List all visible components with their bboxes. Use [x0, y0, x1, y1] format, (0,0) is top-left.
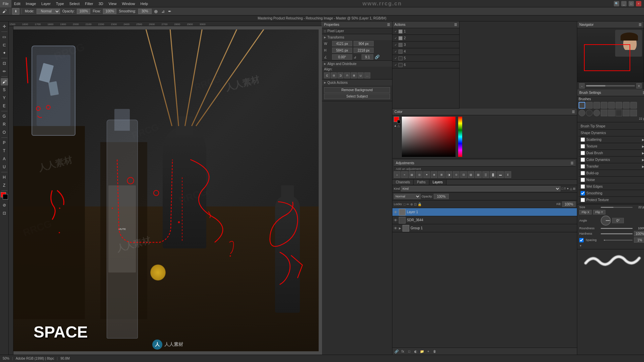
shape-dynamics-row[interactable]: Shape Dynamics: [579, 130, 644, 136]
spacing-slider[interactable]: [604, 240, 633, 241]
pen-tool[interactable]: P: [1, 139, 8, 146]
roundness-slider[interactable]: [601, 228, 633, 229]
adjustments-menu-icon[interactable]: ☰: [571, 161, 574, 165]
nav-zoom-slider[interactable]: [586, 85, 635, 86]
shape-tool[interactable]: U: [1, 163, 8, 171]
dual-brush-arrow[interactable]: ▶: [642, 152, 644, 155]
brush-pressure-icon[interactable]: ⊿: [160, 8, 166, 15]
lock-artboard-icon[interactable]: ⊡: [414, 202, 417, 206]
zoom-tool[interactable]: Z: [1, 182, 8, 189]
hardness-slider[interactable]: [601, 233, 633, 234]
transform-link-icon[interactable]: 🔗: [375, 55, 380, 59]
layer-folder-icon[interactable]: 📁: [419, 349, 425, 354]
tab-paths[interactable]: Paths: [414, 180, 429, 185]
adj-brightness-icon[interactable]: ☼: [394, 171, 400, 178]
menu-image[interactable]: Image: [23, 0, 39, 7]
brush-preset-16[interactable]: [630, 110, 637, 116]
properties-header[interactable]: Properties ☰: [322, 21, 392, 28]
size-slider[interactable]: [601, 207, 633, 208]
menu-file[interactable]: File: [0, 0, 11, 7]
lock-position-icon[interactable]: ⊕: [410, 202, 413, 206]
quick-mask-mode[interactable]: ⊘: [1, 201, 8, 209]
adj-colormatch-icon[interactable]: ▧: [468, 171, 474, 178]
align-distribute-title[interactable]: ▶ Align and Distribute: [322, 61, 392, 67]
spacing-input[interactable]: 1%: [634, 237, 644, 243]
scattering-row[interactable]: Scattering ▶: [579, 136, 644, 143]
scattering-arrow[interactable]: ▶: [642, 138, 644, 141]
brush-preset-picker[interactable]: ⬇: [12, 8, 19, 15]
layer-eye-1[interactable]: 👁: [394, 210, 397, 214]
flow-input[interactable]: 100%: [103, 9, 116, 14]
gradient-tool[interactable]: G: [1, 113, 8, 120]
tab-channels[interactable]: Channels: [392, 180, 414, 185]
color-menu-icon[interactable]: ☰: [572, 110, 575, 114]
adj-photofilter-icon[interactable]: ⊙: [453, 171, 460, 178]
wet-edges-check[interactable]: [581, 184, 585, 189]
brush-preset-13[interactable]: [608, 110, 615, 116]
color-hue-bar[interactable]: [458, 117, 462, 157]
action-row-5[interactable]: ✓ 5: [392, 55, 459, 62]
adj-levels-icon[interactable]: ▤: [409, 171, 415, 178]
brush-preset-3[interactable]: [593, 102, 600, 109]
adj-colorbalance-icon[interactable]: ⊞: [438, 171, 445, 178]
adjustments-header[interactable]: Adjustments ☰: [394, 160, 576, 167]
transforms-title[interactable]: ▶ Transforms: [322, 34, 392, 40]
adj-threshold-icon[interactable]: ▒: [482, 171, 489, 178]
layer-new-icon[interactable]: +: [426, 349, 431, 354]
brush-preset-2[interactable]: [586, 102, 593, 109]
adj-hsl-icon[interactable]: ⊕: [431, 171, 437, 178]
properties-menu-icon[interactable]: ☰: [387, 23, 390, 26]
brush-preset-10[interactable]: [586, 110, 593, 116]
flip-y-btn[interactable]: Flip Y: [593, 210, 605, 215]
transform-angle-input[interactable]: [332, 54, 352, 60]
filter-type-icon[interactable]: T: [564, 187, 566, 190]
angle-dial[interactable]: [601, 216, 611, 226]
menu-layer[interactable]: Layer: [39, 0, 53, 7]
eraser-tool[interactable]: E: [1, 102, 8, 110]
buildup-check[interactable]: [581, 171, 585, 175]
menu-help[interactable]: Help: [138, 0, 151, 7]
window-close-icon[interactable]: ×: [636, 1, 641, 6]
protect-texture-check[interactable]: [581, 198, 585, 202]
transform-val-input[interactable]: [362, 54, 373, 60]
adj-curves-icon[interactable]: ≈: [401, 171, 408, 178]
layer-fill-input[interactable]: 100%: [562, 201, 576, 207]
navigator-menu-icon[interactable]: ☰: [639, 23, 642, 26]
filter-pixel-icon[interactable]: □: [561, 187, 563, 190]
filter-smart2-icon[interactable]: ⊞: [573, 187, 576, 190]
brush-preset-7[interactable]: [623, 102, 630, 109]
brush-tip-shape-row[interactable]: Brush Tip Shape: [579, 123, 644, 130]
action-row-3[interactable]: ✓ 3: [392, 42, 459, 48]
brush-preset-12[interactable]: [601, 110, 607, 116]
adj-vibrance-icon[interactable]: ✦: [423, 171, 430, 178]
tab-layers[interactable]: Layers: [429, 180, 446, 185]
lasso-tool[interactable]: ⊏: [1, 41, 8, 49]
adj-invert-icon[interactable]: ⊻: [504, 171, 511, 178]
layer-mask-icon[interactable]: □: [407, 349, 412, 354]
brush-preset-6[interactable]: [615, 102, 622, 109]
adj-posterize-icon[interactable]: ▨: [475, 171, 482, 178]
navigator-header[interactable]: Navigator ☰: [577, 21, 644, 28]
lock-all-icon[interactable]: 🔒: [418, 202, 422, 206]
navigator-preview[interactable]: [577, 28, 644, 82]
dodge-tool[interactable]: O: [1, 129, 8, 136]
remove-background-btn[interactable]: Remove Background: [324, 87, 390, 93]
texture-arrow[interactable]: ▶: [642, 145, 644, 148]
transfer-check[interactable]: [581, 164, 585, 169]
filter-shape-icon[interactable]: △: [570, 187, 572, 190]
foreground-color[interactable]: [1, 192, 8, 199]
adj-gradientmap-icon[interactable]: ▬: [497, 171, 504, 178]
brush-settings-menu-icon[interactable]: ☰: [643, 91, 644, 95]
brush-settings-header[interactable]: Brush Settings ☰: [577, 89, 644, 96]
actions-menu-icon[interactable]: ☰: [454, 23, 457, 26]
window-maximize-icon[interactable]: □: [629, 1, 634, 6]
menu-type[interactable]: Type: [53, 0, 67, 7]
crop-tool[interactable]: ⊡: [1, 60, 8, 67]
texture-check[interactable]: [581, 144, 585, 148]
quick-select-tool[interactable]: ✦: [1, 49, 8, 57]
menu-select[interactable]: Select: [67, 0, 83, 7]
layer-eye-2[interactable]: 👁: [394, 218, 397, 222]
brush-preset-4[interactable]: [601, 102, 607, 109]
menu-3d[interactable]: 3D: [96, 0, 106, 7]
history-brush-tool[interactable]: Y: [1, 94, 8, 102]
